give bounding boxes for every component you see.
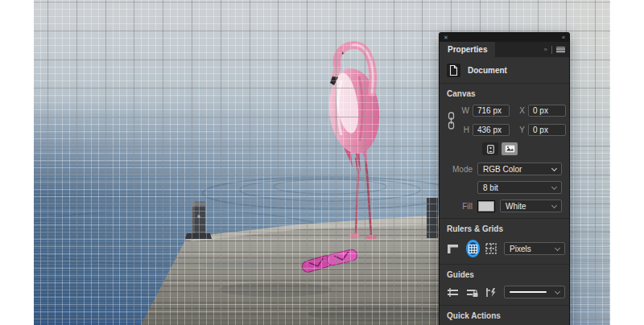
canvas-section-header: Canvas	[447, 89, 562, 98]
chevron-down-icon	[555, 289, 560, 294]
color-mode-select[interactable]: RGB Color	[477, 162, 562, 175]
document-icon	[447, 64, 460, 77]
height-field[interactable]	[473, 124, 510, 136]
divider	[440, 83, 569, 84]
lock-guides-icon[interactable]	[466, 287, 478, 298]
link-dimensions-icon[interactable]	[447, 112, 456, 130]
mode-row: Mode RGB Color	[447, 162, 562, 175]
separator	[551, 46, 552, 54]
properties-panel: ✕ « Properties » Document	[439, 32, 570, 325]
portrait-orientation-icon[interactable]	[482, 142, 498, 155]
chevron-down-icon	[551, 203, 557, 208]
bit-depth-select[interactable]: 8 bit	[477, 181, 562, 194]
divider	[440, 218, 569, 219]
canvas-dimensions: W X H Y	[447, 105, 562, 136]
x-label: X	[513, 106, 525, 115]
collapse-panel-icon[interactable]: «	[562, 35, 565, 40]
panel-body: Document Canvas W X H Y	[440, 57, 569, 325]
orientation-buttons	[482, 142, 562, 155]
snap-grid-icon[interactable]	[485, 243, 497, 254]
clear-guides-icon[interactable]	[485, 287, 497, 298]
panel-titlebar: ✕ «	[440, 33, 569, 42]
fill-select[interactable]: White	[500, 200, 562, 212]
photoshop-workspace: ✕ « Properties » Document	[0, 0, 644, 325]
panel-menu-icon[interactable]	[556, 47, 565, 53]
landscape-orientation-icon[interactable]	[502, 142, 518, 155]
tab-overflow-icon[interactable]: »	[544, 46, 547, 53]
new-guide-icon[interactable]	[447, 287, 459, 298]
grid-icon[interactable]	[466, 240, 480, 257]
y-field[interactable]	[528, 124, 566, 136]
rulers-grids-header: Rulers & Grids	[447, 224, 562, 233]
fill-row: Fill White	[447, 200, 562, 212]
tab-properties[interactable]: Properties	[440, 42, 495, 57]
bit-depth-row: 8 bit	[447, 181, 562, 194]
rulers-grids-row: Pixels	[447, 240, 562, 257]
x-field[interactable]	[528, 105, 566, 117]
grid-units-select[interactable]: Pixels	[504, 242, 565, 255]
quick-actions-header: Quick Actions	[447, 311, 562, 320]
width-field[interactable]	[473, 105, 510, 117]
height-label: H	[459, 125, 469, 134]
rulers-icon[interactable]	[447, 244, 459, 254]
dock-post	[185, 201, 212, 239]
mode-label: Mode	[447, 165, 473, 174]
document-row: Document	[447, 62, 562, 83]
line-style-sample	[510, 291, 547, 293]
chevron-down-icon	[551, 166, 557, 171]
width-label: W	[459, 106, 469, 115]
chevron-down-icon	[555, 245, 560, 251]
y-label: Y	[513, 125, 525, 134]
dock-post-far	[427, 198, 438, 238]
guides-header: Guides	[447, 270, 562, 279]
panel-tabrow: Properties »	[440, 42, 569, 57]
divider	[440, 264, 569, 265]
chevron-down-icon	[551, 184, 557, 190]
fill-color-swatch[interactable]	[477, 200, 495, 212]
divider	[440, 305, 569, 306]
close-icon[interactable]: ✕	[444, 35, 448, 40]
guide-line-style-select[interactable]	[504, 286, 565, 298]
guides-row	[447, 286, 562, 298]
flamingo	[325, 45, 384, 240]
fill-label: Fill	[447, 202, 473, 211]
document-label: Document	[468, 66, 507, 75]
